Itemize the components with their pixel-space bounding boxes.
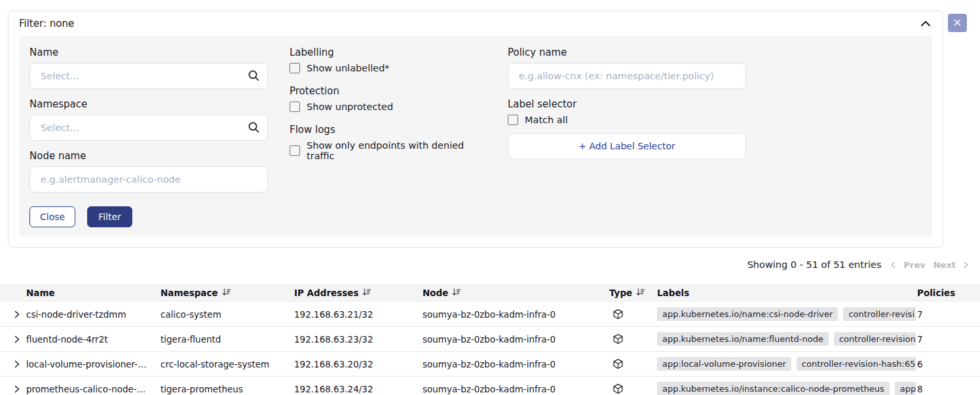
flow-logs-section-label: Flow logs (290, 124, 486, 136)
expand-row-icon[interactable] (13, 385, 21, 394)
endpoint-labels: app:local-volume-provisioner controller-… (657, 357, 916, 371)
endpoint-name: prometheus-calico-node-… (26, 384, 145, 394)
endpoint-namespace: tigera-fluentd (160, 334, 294, 345)
search-icon[interactable] (248, 121, 260, 134)
show-unlabelled-label: Show unlabelled* (307, 63, 390, 73)
endpoint-labels: app.kubernetes.io/name:csi-node-driver c… (657, 307, 916, 321)
namespace-select-input[interactable] (29, 115, 268, 141)
label-badge: app.kubernetes.io/name:fluentd-node (657, 332, 829, 346)
name-field-label: Name (29, 47, 268, 58)
column-header-type[interactable]: Type (609, 288, 657, 298)
sort-icon[interactable] (452, 288, 461, 298)
namespace-field-label: Namespace (29, 98, 268, 110)
endpoint-node: soumya-bz-0zbo-kadm-infra-0 (423, 384, 609, 394)
add-label-selector-button[interactable]: + Add Label Selector (508, 133, 746, 159)
show-unlabelled-option[interactable]: Show unlabelled* (290, 63, 486, 73)
endpoint-ip: 192.168.63.20/32 (294, 359, 423, 369)
column-header-labels[interactable]: Labels (657, 288, 916, 298)
column-header-namespace[interactable]: Namespace (160, 288, 294, 298)
show-unlabelled-checkbox[interactable] (290, 63, 300, 73)
label-badge: controller-revisi… (843, 307, 916, 321)
node-name-field-label: Node name (29, 150, 268, 162)
policy-name-input[interactable] (508, 63, 746, 89)
denied-traffic-label: Show only endpoints with denied traffic (307, 140, 486, 161)
label-badge: app.… (895, 382, 916, 395)
table-row[interactable]: local-volume-provisioner-… crc-local-sto… (0, 352, 980, 377)
sort-icon[interactable] (636, 288, 645, 298)
name-select-input[interactable] (29, 63, 268, 89)
filter-panel-header: Filter: none (9, 11, 943, 33)
endpoints-table: Name Namespace IP Addresses Node Type La… (0, 284, 980, 395)
endpoint-namespace: calico-system (160, 309, 294, 320)
show-unprotected-label: Show unprotected (307, 102, 393, 112)
close-icon (954, 18, 961, 28)
denied-traffic-option[interactable]: Show only endpoints with denied traffic (290, 140, 486, 161)
column-header-name[interactable]: Name (26, 288, 160, 298)
next-page-button[interactable]: Next (933, 260, 956, 270)
show-unprotected-option[interactable]: Show unprotected (290, 102, 486, 112)
label-badge: controller-revision-hash:65… (797, 357, 916, 371)
table-row[interactable]: fluentd-node-4rr2t tigera-fluentd 192.16… (0, 327, 980, 352)
endpoint-labels: app.kubernetes.io/instance:calico-node-p… (657, 382, 916, 395)
label-badge: controller-revision-… (834, 332, 916, 346)
filter-button[interactable]: Filter (87, 206, 132, 227)
match-all-checkbox[interactable] (508, 115, 518, 125)
pagination-bar: Showing 0 - 51 of 51 entries Prev Next (747, 259, 969, 270)
chevron-left-icon[interactable] (890, 261, 895, 269)
expand-row-icon[interactable] (13, 310, 21, 319)
close-button[interactable]: Close (29, 206, 75, 227)
endpoint-ip: 192.168.63.21/32 (294, 309, 423, 320)
column-header-node[interactable]: Node (423, 288, 609, 298)
filter-form: Name Namespace Node name Close Filt (19, 36, 932, 236)
endpoint-node: soumya-bz-0zbo-kadm-infra-0 (423, 359, 609, 369)
label-badge: app.kubernetes.io/instance:calico-node-p… (657, 382, 890, 395)
collapse-panel-button[interactable] (919, 19, 932, 28)
endpoint-ip: 192.168.63.24/32 (294, 384, 423, 394)
policy-name-field-label: Policy name (508, 47, 746, 58)
search-icon[interactable] (248, 69, 260, 82)
protection-section-label: Protection (290, 85, 486, 97)
label-badge: app:local-volume-provisioner (657, 357, 791, 371)
label-badge: app.kubernetes.io/name:csi-node-driver (657, 307, 838, 321)
entries-summary: Showing 0 - 51 of 51 entries (747, 259, 882, 270)
node-name-input[interactable] (29, 166, 268, 193)
column-header-policies[interactable]: Policies (916, 288, 980, 298)
sort-icon[interactable] (362, 288, 371, 298)
endpoint-name: local-volume-provisioner-… (26, 359, 147, 369)
chevron-up-icon (920, 19, 931, 29)
sort-icon[interactable] (222, 288, 231, 298)
endpoint-policies-count: 7 (916, 334, 980, 345)
table-row[interactable]: prometheus-calico-node-… tigera-promethe… (0, 377, 980, 395)
match-all-option[interactable]: Match all (508, 115, 746, 125)
pod-cube-icon (609, 383, 657, 394)
prev-page-button[interactable]: Prev (903, 260, 925, 270)
denied-traffic-checkbox[interactable] (290, 145, 300, 156)
endpoint-labels: app.kubernetes.io/name:fluentd-node cont… (657, 332, 916, 346)
table-header-row: Name Namespace IP Addresses Node Type La… (0, 284, 980, 302)
pod-cube-icon (609, 358, 657, 369)
filter-column-left: Name Namespace Node name Close Filt (29, 47, 268, 227)
endpoint-namespace: tigera-prometheus (160, 384, 294, 394)
pod-cube-icon (609, 309, 657, 320)
endpoint-policies-count: 7 (916, 309, 980, 320)
pod-cube-icon (609, 333, 657, 345)
expand-row-icon[interactable] (13, 360, 21, 369)
endpoint-policies-count: 6 (916, 359, 980, 369)
filter-column-right: Policy name Label selector Match all + A… (508, 47, 746, 227)
endpoint-ip: 192.168.63.23/32 (294, 334, 423, 345)
endpoint-node: soumya-bz-0zbo-kadm-infra-0 (423, 334, 609, 345)
expand-row-icon[interactable] (13, 335, 21, 344)
match-all-label: Match all (525, 115, 568, 125)
filter-panel-title: Filter: none (19, 18, 74, 29)
chevron-right-icon[interactable] (964, 261, 969, 269)
table-row[interactable]: csi-node-driver-tzdmm calico-system 192.… (0, 302, 980, 327)
endpoint-namespace: crc-local-storage-system (160, 359, 294, 369)
dismiss-filter-button[interactable] (948, 14, 967, 32)
endpoint-name: csi-node-driver-tzdmm (26, 309, 126, 320)
endpoint-node: soumya-bz-0zbo-kadm-infra-0 (423, 309, 609, 320)
label-selector-section-label: Label selector (508, 98, 746, 110)
labelling-section-label: Labelling (290, 47, 486, 58)
endpoint-name: fluentd-node-4rr2t (26, 334, 108, 345)
show-unprotected-checkbox[interactable] (290, 102, 300, 112)
column-header-ip-addresses[interactable]: IP Addresses (294, 288, 423, 298)
